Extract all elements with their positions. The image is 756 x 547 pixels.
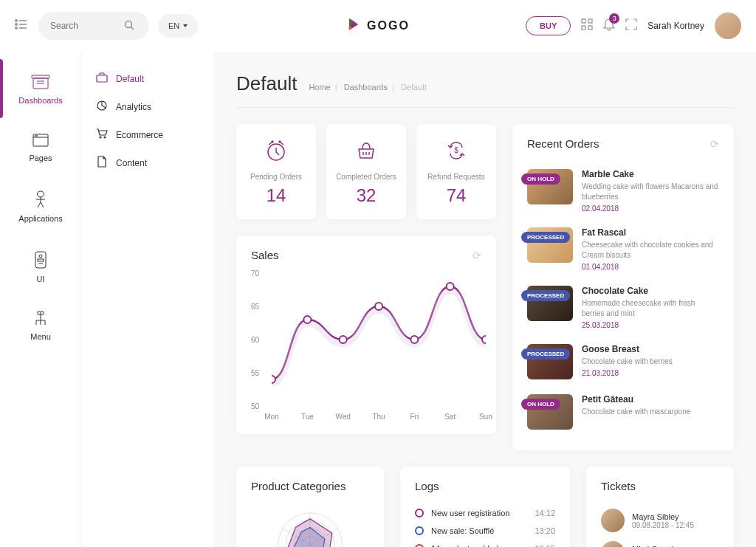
ticket-name: Mimi Carreira <box>632 545 694 548</box>
log-row[interactable]: 14 products added12:55 <box>415 540 555 547</box>
log-text: 14 products added <box>431 544 527 547</box>
sub-item-analytics[interactable]: Analytics <box>95 92 201 121</box>
sub-item-ecommerce[interactable]: Ecommerce <box>95 121 201 148</box>
sidebar-item-ui[interactable]: UI <box>0 236 81 297</box>
order-item[interactable]: PROCESSEDGoose BreastChocolate cake with… <box>527 337 719 387</box>
order-date: 02.04.2018 <box>582 204 719 213</box>
log-time: 13:20 <box>535 526 555 535</box>
order-title: Fat Rascal <box>582 227 719 238</box>
page-header: Default Home| Dashboards| Default <box>236 72 734 108</box>
fullscreen-icon[interactable] <box>625 18 637 33</box>
refresh-icon[interactable]: ⟳ <box>710 138 719 150</box>
layout: Dashboards Pages Applications UI Menu De… <box>0 52 756 547</box>
crumb[interactable]: Dashboards <box>344 83 388 92</box>
stat-row: Pending Orders 14 Completed Orders 32 $ … <box>236 124 496 219</box>
svg-rect-26 <box>38 259 44 261</box>
sub-item-label: Ecommerce <box>116 130 163 140</box>
svg-point-44 <box>410 336 418 343</box>
tickets-title: Tickets <box>601 480 636 492</box>
sidebar-item-pages[interactable]: Pages <box>0 118 81 176</box>
sidebar-main: Dashboards Pages Applications UI Menu <box>0 52 81 547</box>
log-text: New sale: Soufflé <box>431 526 527 535</box>
log-time: 14:12 <box>535 509 555 517</box>
pie-icon <box>95 100 109 114</box>
ticket-row[interactable]: Mimi Carreira05.08.2018 - 10:20 <box>601 537 719 547</box>
tickets-list: Mayra Sibley09.08.2018 - 12:45Mimi Carre… <box>601 504 719 547</box>
logo-text: GOGO <box>367 19 410 32</box>
order-item[interactable]: ON HOLDMarble CakeWedding cake with flow… <box>527 162 719 220</box>
order-item[interactable]: PROCESSEDFat RascalCheesecake with choco… <box>527 220 719 278</box>
sidebar-item-label: Dashboards <box>18 96 62 105</box>
stat-card-pending[interactable]: Pending Orders 14 <box>236 124 316 219</box>
log-row[interactable]: New sale: Soufflé13:20 <box>415 522 555 540</box>
y-tick: 65 <box>251 303 259 311</box>
crumb[interactable]: Home <box>309 83 330 92</box>
sales-title: Sales <box>251 249 279 261</box>
notif-badge: 3 <box>609 13 619 24</box>
search-input-wrap <box>38 12 149 40</box>
svg-rect-14 <box>588 26 592 30</box>
svg-point-35 <box>279 141 281 142</box>
order-title: Marble Cake <box>582 169 719 179</box>
stat-card-completed[interactable]: Completed Orders 32 <box>326 124 406 219</box>
status-badge: PROCESSED <box>521 232 570 243</box>
content: Default Home| Dashboards| Default Pendin… <box>214 52 756 547</box>
stat-label: Pending Orders <box>244 173 309 181</box>
sub-item-label: Analytics <box>116 102 151 112</box>
sub-item-label: Default <box>116 74 144 84</box>
sidebar-item-label: Applications <box>18 214 62 223</box>
svg-point-42 <box>340 336 347 343</box>
stat-card-refund[interactable]: $ Refund Requests 74 <box>416 124 496 219</box>
doc-icon <box>95 156 109 170</box>
log-row[interactable]: New user registiration14:12 <box>415 504 555 522</box>
buy-button[interactable]: BUY <box>526 16 571 35</box>
svg-point-32 <box>104 137 106 138</box>
sub-item-content[interactable]: Content <box>95 148 201 177</box>
logo[interactable]: GOGO <box>346 17 410 35</box>
menu-toggle-icon[interactable] <box>15 19 28 32</box>
order-item[interactable]: PROCESSEDChocolate CakeHomemade cheeseca… <box>527 278 719 337</box>
briefcase-icon <box>95 72 109 85</box>
basket-icon <box>334 139 399 165</box>
sidebar-item-dashboards[interactable]: Dashboards <box>0 59 81 118</box>
x-tick: Fri <box>410 413 419 421</box>
svg-point-10 <box>348 27 351 30</box>
username[interactable]: Sarah Kortney <box>647 21 704 31</box>
svg-line-7 <box>131 27 134 30</box>
svg-rect-11 <box>582 19 585 23</box>
ticket-name: Mayra Sibley <box>632 512 694 521</box>
order-date: 01.04.2018 <box>582 263 719 271</box>
order-thumb: PROCESSED <box>527 286 573 321</box>
recent-orders-card: Recent Orders⟳ ON HOLDMarble CakeWedding… <box>512 124 734 450</box>
avatar[interactable] <box>715 13 741 39</box>
svg-rect-29 <box>97 75 107 82</box>
svg-point-41 <box>303 316 311 323</box>
search-icon[interactable] <box>124 20 134 32</box>
svg-point-31 <box>100 137 101 138</box>
svg-point-0 <box>16 20 17 21</box>
bell-icon[interactable]: 3 <box>603 18 615 34</box>
y-tick: 55 <box>251 369 259 377</box>
log-time: 12:55 <box>535 544 555 547</box>
svg-rect-24 <box>35 252 46 268</box>
order-item[interactable]: ON HOLDPetit GâteauChocolate cake with m… <box>527 387 719 437</box>
sub-item-default[interactable]: Default <box>95 65 201 92</box>
order-desc: Chocolate cake with mascarpone <box>582 407 719 417</box>
order-date: 21.03.2018 <box>582 369 719 377</box>
stat-label: Completed Orders <box>334 173 399 181</box>
line-chart <box>272 273 486 406</box>
stat-label: Refund Requests <box>424 173 489 181</box>
sidebar-item-applications[interactable]: Applications <box>0 176 81 236</box>
x-tick: Thu <box>372 413 385 421</box>
sidebar-item-menu[interactable]: Menu <box>0 297 81 354</box>
lang-select[interactable]: EN <box>158 14 198 38</box>
recent-title: Recent Orders <box>527 137 599 150</box>
stat-value: 32 <box>334 185 399 206</box>
svg-point-46 <box>482 336 486 343</box>
svg-text:$: $ <box>454 146 458 154</box>
search-input[interactable] <box>50 21 124 31</box>
grid-icon[interactable] <box>581 18 593 33</box>
refresh-icon[interactable]: ⟳ <box>472 250 481 261</box>
ticket-row[interactable]: Mayra Sibley09.08.2018 - 12:45 <box>601 504 719 537</box>
logs-title: Logs <box>415 480 439 492</box>
